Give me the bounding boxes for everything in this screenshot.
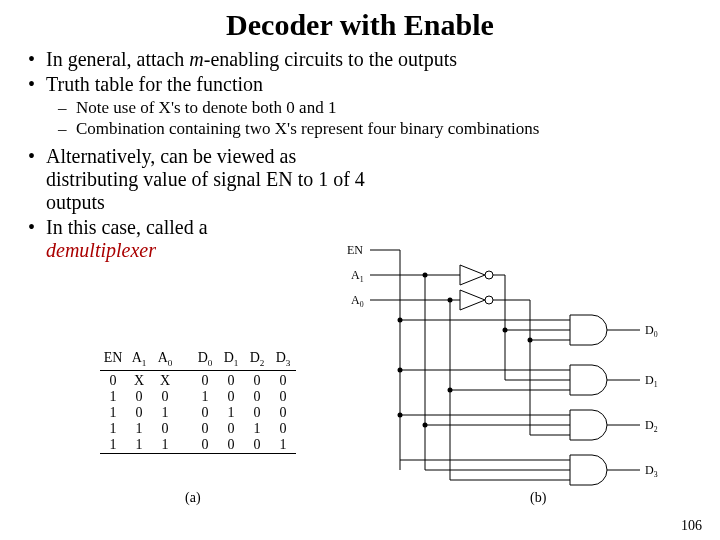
label-a0: A0 (351, 293, 364, 309)
svg-point-14 (448, 298, 453, 303)
table-cell: 0 (244, 389, 270, 405)
table-cell: 0 (218, 437, 244, 453)
table-cell: 0 (270, 389, 296, 405)
table-header: EN (100, 350, 126, 368)
page-number: 106 (681, 518, 702, 534)
table-cell: X (152, 373, 178, 389)
table-header: D0 (192, 350, 218, 368)
bullet-list: • In general, attach m-enabling circuits… (0, 48, 720, 262)
table-cell: 0 (192, 421, 218, 437)
svg-point-19 (503, 328, 508, 333)
bullet-3: • Alternatively, can be viewed as distri… (28, 145, 710, 214)
bullet-1-text-a: In general, attach (46, 48, 189, 70)
table-cell: 0 (152, 389, 178, 405)
table-cell: 0 (152, 421, 178, 437)
dash: – (58, 119, 76, 139)
bullet-dot: • (28, 216, 46, 262)
slide-title: Decoder with Enable (0, 0, 720, 46)
truth-table: ENA1A0D0D1D2D3 0XX0000100100010101001100… (100, 350, 296, 454)
svg-point-21 (528, 338, 533, 343)
table-cell: 0 (270, 405, 296, 421)
and-gate-d3 (400, 455, 640, 485)
table-row: 1010100 (100, 405, 296, 421)
table-cell: 0 (244, 373, 270, 389)
table-cell: 0 (244, 405, 270, 421)
svg-point-30 (398, 413, 403, 418)
table-cell: 0 (270, 373, 296, 389)
table-cell: 1 (270, 437, 296, 453)
table-header: A0 (152, 350, 178, 368)
bullet-dot: • (28, 73, 46, 96)
table-cell: 0 (270, 421, 296, 437)
table-cell: 0 (192, 405, 218, 421)
bullet-4-text: In this case, called a (46, 216, 208, 238)
label-d2: D2 (645, 418, 658, 434)
svg-point-32 (423, 423, 428, 428)
bullet-1: • In general, attach m-enabling circuits… (28, 48, 710, 71)
decoder-circuit: EN A1 A0 D0 D1 D2 D3 (345, 235, 715, 490)
and-gate-d0 (398, 315, 641, 345)
svg-point-27 (448, 388, 453, 393)
svg-point-11 (485, 296, 493, 304)
bullet-dot: • (28, 48, 46, 71)
svg-marker-10 (460, 290, 485, 310)
table-cell: 1 (244, 421, 270, 437)
table-cell: 0 (218, 389, 244, 405)
table-cell: 0 (192, 437, 218, 453)
table-row: 0XX0000 (100, 373, 296, 389)
bullet-3-text: Alternatively, can be viewed as distribu… (46, 145, 386, 214)
table-cell: 1 (218, 405, 244, 421)
dash: – (58, 98, 76, 118)
table-cell: 1 (100, 437, 126, 453)
svg-point-4 (485, 271, 493, 279)
table-cell: 0 (126, 389, 152, 405)
bullet-2a: – Note use of X's to denote both 0 and 1 (58, 98, 710, 118)
label-a1: A1 (351, 268, 364, 284)
table-row: 1110001 (100, 437, 296, 453)
bullet-2-text: Truth table for the function (46, 73, 263, 96)
label-en: EN (347, 243, 363, 258)
svg-point-7 (423, 273, 428, 278)
table-cell: 1 (100, 421, 126, 437)
table-cell: 0 (192, 373, 218, 389)
table-cell: 0 (218, 373, 244, 389)
caption-b: (b) (530, 490, 546, 506)
demultiplexer-term: demultiplexer (46, 239, 156, 261)
label-d1: D1 (645, 373, 658, 389)
label-d0: D0 (645, 323, 658, 339)
and-gate-d2 (398, 410, 641, 440)
bullet-2b-text: Combination containing two X's represent… (76, 119, 539, 139)
table-cell: 1 (152, 437, 178, 453)
table-row: 1100010 (100, 421, 296, 437)
bullet-2b: – Combination containing two X's represe… (58, 119, 710, 139)
table-header: D1 (218, 350, 244, 368)
bullet-dot: • (28, 145, 46, 214)
caption-a: (a) (185, 490, 201, 506)
table-row: 1001000 (100, 389, 296, 405)
svg-marker-3 (460, 265, 485, 285)
table-cell: X (126, 373, 152, 389)
table-cell: 0 (126, 405, 152, 421)
and-gate-d1 (398, 365, 641, 395)
table-cell: 0 (244, 437, 270, 453)
table-cell: 1 (100, 405, 126, 421)
label-d3: D3 (645, 463, 658, 479)
table-cell: 1 (152, 405, 178, 421)
svg-point-17 (398, 318, 403, 323)
table-cell: 1 (100, 389, 126, 405)
table-cell: 0 (218, 421, 244, 437)
table-header: D3 (270, 350, 296, 368)
table-header: D2 (244, 350, 270, 368)
bullet-1-italic: m (189, 48, 203, 70)
table-cell: 1 (126, 421, 152, 437)
table-cell: 0 (100, 373, 126, 389)
table-header: A1 (126, 350, 152, 368)
bullet-1-text-b: -enabling circuits to the outputs (204, 48, 457, 70)
table-cell: 1 (126, 437, 152, 453)
table-cell: 1 (192, 389, 218, 405)
bullet-2: • Truth table for the function (28, 73, 710, 96)
bullet-2a-text: Note use of X's to denote both 0 and 1 (76, 98, 336, 118)
svg-point-24 (398, 368, 403, 373)
